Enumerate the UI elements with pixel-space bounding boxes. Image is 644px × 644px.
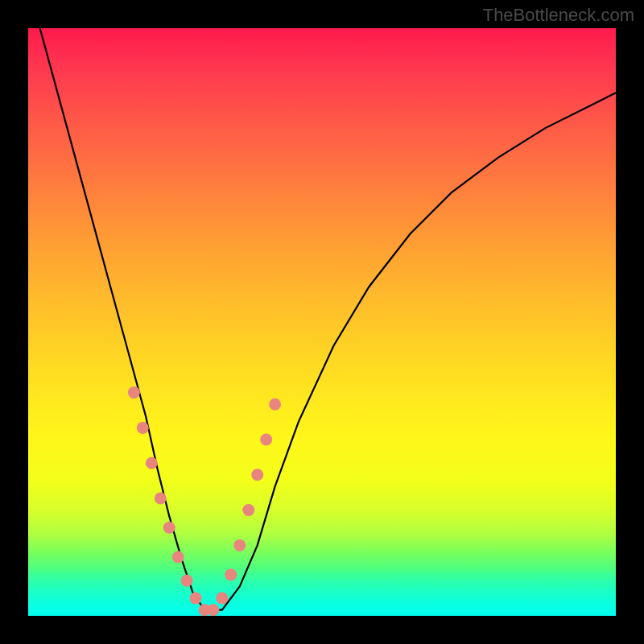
watermark-text: TheBottleneck.com — [483, 5, 634, 26]
marker-point — [190, 592, 202, 605]
marker-point — [181, 575, 193, 587]
marker-point — [269, 398, 281, 411]
chart-svg — [28, 28, 616, 616]
marker-point — [172, 551, 184, 564]
marker-point — [128, 386, 140, 398]
highlighted-markers — [128, 386, 281, 616]
bottleneck-curve-line — [40, 28, 616, 610]
chart-plot-area — [28, 28, 616, 616]
marker-point — [137, 422, 149, 434]
marker-point — [260, 434, 272, 446]
marker-point — [146, 457, 158, 469]
marker-point — [251, 469, 263, 481]
marker-point — [233, 539, 246, 551]
marker-point — [207, 604, 219, 616]
marker-point — [225, 568, 237, 580]
marker-point — [242, 504, 254, 516]
marker-point — [216, 592, 228, 605]
marker-point — [155, 493, 167, 505]
marker-point — [163, 522, 175, 534]
